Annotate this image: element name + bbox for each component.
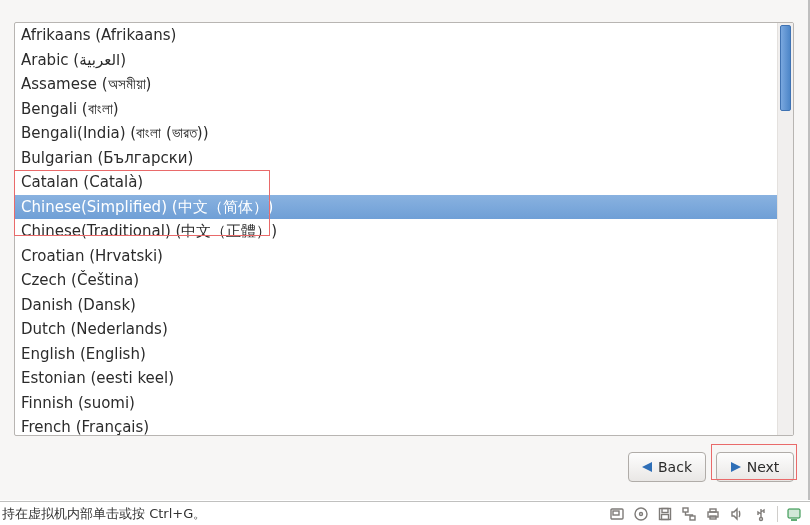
svg-point-3 xyxy=(640,512,643,515)
list-item[interactable]: Arabic (العربية) xyxy=(15,48,777,73)
tray-separator xyxy=(777,506,778,522)
floppy-icon[interactable] xyxy=(657,506,673,522)
statusbar-tray xyxy=(601,506,810,522)
back-button[interactable]: Back xyxy=(628,452,706,482)
svg-rect-1 xyxy=(613,511,619,515)
network-icon[interactable] xyxy=(681,506,697,522)
language-listbox-frame: Afrikaans (Afrikaans)Arabic (العربية)Ass… xyxy=(14,22,794,436)
svg-rect-6 xyxy=(662,514,669,519)
arrow-right-icon xyxy=(731,462,741,472)
svg-point-2 xyxy=(635,508,647,520)
list-item[interactable]: English (English) xyxy=(15,342,777,367)
list-item[interactable]: Czech (Čeština) xyxy=(15,268,777,293)
navigation-buttons: Back Next xyxy=(628,452,794,484)
list-item[interactable]: Bengali(India) (বাংলা (ভারত)) xyxy=(15,121,777,146)
installer-panel: Afrikaans (Afrikaans)Arabic (العربية)Ass… xyxy=(0,0,810,500)
arrow-left-icon xyxy=(642,462,652,472)
language-listbox[interactable]: Afrikaans (Afrikaans)Arabic (العربية)Ass… xyxy=(15,23,777,435)
list-item[interactable]: Chinese(Simplified) (中文（简体）) xyxy=(15,195,777,220)
svg-rect-13 xyxy=(788,509,800,518)
list-item[interactable]: Bengali (বাংলা) xyxy=(15,97,777,122)
svg-rect-10 xyxy=(710,509,716,512)
svg-rect-7 xyxy=(683,508,688,512)
svg-rect-8 xyxy=(690,516,695,520)
usb-icon[interactable] xyxy=(753,506,769,522)
scrollbar-vertical[interactable] xyxy=(777,23,793,435)
printer-icon[interactable] xyxy=(705,506,721,522)
list-item[interactable]: Estonian (eesti keel) xyxy=(15,366,777,391)
statusbar-hint: 持在虚拟机内部单击或按 Ctrl+G。 xyxy=(0,505,601,523)
vm-statusbar: 持在虚拟机内部单击或按 Ctrl+G。 xyxy=(0,501,810,525)
list-item[interactable]: Catalan (Català) xyxy=(15,170,777,195)
list-item[interactable]: Afrikaans (Afrikaans) xyxy=(15,23,777,48)
list-item[interactable]: French (Français) xyxy=(15,415,777,435)
list-item[interactable]: Assamese (অসমীয়া) xyxy=(15,72,777,97)
svg-point-12 xyxy=(760,517,763,520)
vm-status-icon[interactable] xyxy=(786,506,802,522)
next-button-label: Next xyxy=(747,459,780,475)
list-item[interactable]: Dutch (Nederlands) xyxy=(15,317,777,342)
list-item[interactable]: Danish (Dansk) xyxy=(15,293,777,318)
svg-rect-5 xyxy=(662,508,668,512)
list-item[interactable]: Croatian (Hrvatski) xyxy=(15,244,777,269)
list-item[interactable]: Chinese(Traditional) (中文（正體）) xyxy=(15,219,777,244)
back-button-label: Back xyxy=(658,459,692,475)
disk-icon[interactable] xyxy=(609,506,625,522)
list-item[interactable]: Bulgarian (Български) xyxy=(15,146,777,171)
list-item[interactable]: Finnish (suomi) xyxy=(15,391,777,416)
sound-icon[interactable] xyxy=(729,506,745,522)
scrollbar-thumb[interactable] xyxy=(780,25,791,111)
next-button[interactable]: Next xyxy=(716,452,794,482)
cd-icon[interactable] xyxy=(633,506,649,522)
